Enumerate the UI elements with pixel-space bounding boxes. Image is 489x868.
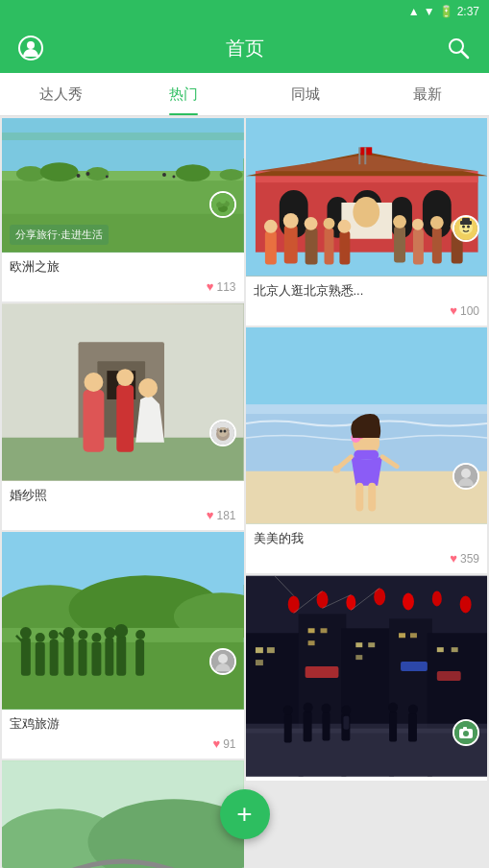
card-avatar — [452, 215, 479, 242]
card-footer: 婚纱照 ♥ 181 — [2, 481, 244, 530]
svg-rect-185 — [436, 671, 460, 681]
svg-rect-164 — [399, 633, 405, 638]
svg-rect-112 — [431, 228, 441, 264]
svg-rect-184 — [401, 662, 428, 671]
card-image — [246, 327, 488, 524]
wifi-icon: ▼ — [424, 5, 435, 18]
svg-point-22 — [220, 198, 226, 204]
card-beijing[interactable]: 北京人逛北京熟悉... ♥ 100 — [246, 118, 488, 326]
svg-point-60 — [91, 633, 101, 642]
card-meta: ♥ 359 — [254, 551, 480, 566]
card-title: 婚纱照 — [10, 487, 236, 504]
svg-rect-134 — [355, 483, 363, 512]
svg-point-119 — [467, 226, 470, 229]
svg-point-33 — [116, 369, 134, 386]
svg-rect-97 — [364, 147, 366, 164]
card-night-street[interactable] — [246, 575, 488, 781]
header: 首页 — [0, 23, 489, 73]
card-baoji-travel[interactable]: 宝鸡旅游 ♥ 91 — [2, 532, 244, 759]
svg-rect-30 — [83, 390, 104, 452]
card-avatar — [452, 463, 479, 490]
tab-bar: 达人秀 热门 同城 最新 — [0, 73, 489, 116]
svg-rect-168 — [246, 729, 488, 777]
svg-rect-178 — [389, 711, 397, 742]
card-footer: 欧洲之旅 ♥ 113 — [2, 253, 244, 301]
svg-point-148 — [403, 593, 414, 611]
card-meta: ♥ 91 — [10, 736, 236, 751]
svg-rect-189 — [463, 727, 467, 730]
signal-icon: ▲ — [408, 5, 420, 18]
svg-rect-106 — [339, 231, 350, 265]
card-wedding[interactable]: 婚纱照 ♥ 181 — [2, 303, 244, 530]
svg-point-113 — [429, 216, 443, 229]
svg-point-13 — [86, 172, 89, 176]
svg-rect-98 — [264, 231, 276, 265]
svg-rect-156 — [266, 647, 274, 653]
profile-icon[interactable] — [15, 33, 46, 63]
battery-icon: 🔋 — [439, 5, 453, 18]
svg-point-118 — [462, 226, 465, 229]
svg-point-94 — [353, 197, 379, 228]
svg-rect-182 — [343, 716, 349, 730]
card-green-scenery[interactable] — [2, 760, 244, 868]
left-column: 分享旅行·走进生活 欧洲之旅 — [2, 118, 244, 868]
svg-rect-163 — [355, 655, 362, 660]
svg-point-101 — [282, 213, 298, 229]
card-footer: 北京人逛北京熟悉... ♥ 100 — [246, 277, 488, 326]
svg-rect-51 — [36, 642, 45, 676]
heart-icon: ♥ — [207, 279, 214, 294]
card-meta: ♥ 181 — [10, 508, 236, 522]
tab-talent[interactable]: 达人秀 — [0, 73, 122, 115]
status-icons: ▲ ▼ 🔋 2:37 — [408, 5, 479, 18]
svg-rect-172 — [303, 711, 311, 742]
svg-rect-55 — [64, 638, 74, 676]
card-avatar — [209, 420, 236, 446]
svg-rect-95 — [358, 147, 360, 164]
content-grid: 分享旅行·走进生活 欧洲之旅 — [0, 116, 489, 868]
svg-point-173 — [303, 703, 312, 712]
card-likes: ♥ 91 — [212, 736, 235, 751]
svg-rect-53 — [50, 639, 59, 676]
card-europe-trip[interactable]: 分享旅行·走进生活 欧洲之旅 — [2, 118, 244, 301]
svg-point-103 — [304, 217, 317, 230]
card-likes: ♥ 100 — [450, 303, 479, 318]
card-likes: ♥ 181 — [207, 508, 236, 522]
card-title: 北京人逛北京熟悉... — [254, 282, 480, 300]
time-display: 2:37 — [457, 5, 479, 18]
svg-point-16 — [172, 176, 175, 179]
right-column: 北京人逛北京熟悉... ♥ 100 — [246, 118, 488, 868]
svg-rect-65 — [135, 639, 144, 676]
card-title: 美美的我 — [254, 530, 480, 547]
card-meta: ♥ 113 — [10, 279, 236, 294]
svg-point-10 — [176, 164, 210, 181]
svg-point-181 — [407, 705, 417, 714]
svg-point-66 — [135, 630, 145, 639]
svg-point-71 — [218, 654, 228, 663]
svg-point-171 — [282, 706, 292, 715]
svg-point-8 — [40, 162, 79, 181]
tab-local[interactable]: 同城 — [245, 73, 367, 115]
svg-point-175 — [321, 704, 330, 713]
svg-rect-162 — [368, 642, 375, 647]
card-likes: ♥ 359 — [450, 551, 479, 566]
svg-rect-158 — [307, 628, 314, 633]
svg-rect-63 — [116, 636, 126, 676]
add-fab-button[interactable]: + — [220, 789, 270, 839]
heart-icon: ♥ — [450, 551, 457, 566]
svg-rect-174 — [322, 712, 330, 741]
card-image — [2, 532, 244, 710]
card-image — [246, 118, 488, 277]
card-beautiful-me[interactable]: 美美的我 ♥ 359 — [246, 327, 488, 573]
search-icon[interactable] — [443, 33, 474, 63]
card-avatar — [452, 719, 479, 746]
svg-rect-61 — [105, 638, 113, 676]
svg-rect-110 — [412, 229, 423, 265]
tab-latest[interactable]: 最新 — [367, 73, 489, 115]
tab-hot[interactable]: 热门 — [122, 73, 244, 115]
card-image: 分享旅行·走进生活 — [2, 118, 244, 253]
svg-rect-102 — [305, 229, 317, 265]
heart-icon: ♥ — [450, 303, 457, 318]
card-likes: ♥ 113 — [207, 279, 236, 294]
svg-rect-130 — [354, 450, 379, 460]
card-avatar — [209, 648, 236, 675]
